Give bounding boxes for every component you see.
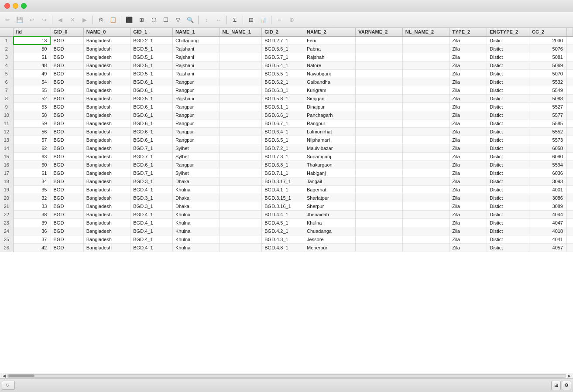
table-row[interactable]: 1058BGDBangladeshBGD.6_1RangpurBGD.6.6_1… <box>0 111 573 119</box>
table-row[interactable]: 1256BGDBangladeshBGD.6_1RangpurBGD.6.4_1… <box>0 128 573 136</box>
cell-TYPE_2: Zila <box>449 161 487 169</box>
expand-table-button[interactable]: ⊞ <box>551 381 561 390</box>
zoom-to-feature-button[interactable]: ⊕ <box>286 14 297 26</box>
table-row[interactable]: 1761BGDBangladeshBGD.7_1SylhetBGD.7.1_1H… <box>0 169 573 177</box>
table-row[interactable]: 250BGDBangladeshBGD.5_1RajshahiBGD.5.6_1… <box>0 45 573 53</box>
table-row[interactable]: 2238BGDBangladeshBGD.4_1KhulnaBGD.4.4_1J… <box>0 211 573 219</box>
table-row[interactable]: 1834BGDBangladeshBGD.3_1DhakaBGD.3.17_1T… <box>0 177 573 186</box>
undo-button[interactable]: ↩ <box>26 14 38 26</box>
cell-VARNAME_2 <box>356 235 403 244</box>
toggle-editing-button[interactable]: ✏ <box>2 14 13 26</box>
deselect-all-button[interactable]: ☐ <box>160 14 172 26</box>
gid1-header[interactable]: GID_1 <box>130 28 173 36</box>
pan-forward-button[interactable]: ▶ <box>79 14 90 26</box>
cell-row_num: 23 <box>0 219 13 227</box>
table-row[interactable]: 1563BGDBangladeshBGD.7_1SylhetBGD.7.3_1S… <box>0 153 573 161</box>
table-row[interactable]: 1357BGDBangladeshBGD.6_1RangpurBGD.6.5_1… <box>0 136 573 144</box>
gid0-header[interactable]: GID_0 <box>51 28 83 36</box>
table-row[interactable]: 852BGDBangladeshBGD.5_1RajshahiBGD.5.8_1… <box>0 95 573 103</box>
cell-row_num: 2 <box>0 45 13 53</box>
table-row[interactable]: 1935BGDBangladeshBGD.4_1KhulnaBGD.4.1_1B… <box>0 186 573 194</box>
field-calculator-button[interactable]: Σ <box>229 14 240 26</box>
cell-NL_NAME_2 <box>402 45 449 53</box>
table-row[interactable]: 755BGDBangladeshBGD.6_1RangpurBGD.6.3_1K… <box>0 86 573 95</box>
engtype2-header[interactable]: ENGTYPE_2 <box>487 28 529 36</box>
chart-view-button[interactable]: 📊 <box>257 14 269 26</box>
search-button[interactable]: 🔍 <box>185 14 196 26</box>
type2-header[interactable]: TYPE_2 <box>449 28 487 36</box>
fid-header[interactable]: fid <box>13 28 51 36</box>
save-edits-button[interactable]: 💾 <box>14 14 25 26</box>
settings-button[interactable]: ⚙ <box>562 381 571 390</box>
close-button[interactable] <box>4 3 10 9</box>
cell-NL_NAME_1 <box>220 177 262 186</box>
filter-select-button[interactable]: ▽ <box>172 14 184 26</box>
table-row[interactable]: 1462BGDBangladeshBGD.7_1SylhetBGD.7.2_1M… <box>0 144 573 153</box>
name2-header[interactable]: NAME_2 <box>304 28 356 36</box>
table-view-button[interactable]: ⊞ <box>245 14 257 26</box>
scroll-track[interactable] <box>7 374 566 378</box>
table-row[interactable]: 2436BGDBangladeshBGD.4_1KhulnaBGD.4.2_1C… <box>0 227 573 235</box>
cell-VARNAME_2 <box>356 169 403 177</box>
cell-row_num: 1 <box>0 36 13 45</box>
cell-VARNAME_2 <box>356 78 403 86</box>
table-row[interactable]: 1159BGDBangladeshBGD.6_1RangpurBGD.6.7_1… <box>0 119 573 128</box>
table-row[interactable]: 549BGDBangladeshBGD.5_1RajshahiBGD.5.5_1… <box>0 70 573 78</box>
minimize-button[interactable] <box>13 3 18 9</box>
varname2-header[interactable]: VARNAME_2 <box>356 28 403 36</box>
gid2-header[interactable]: GID_2 <box>262 28 304 36</box>
cell-GID_1: BGD.4_1 <box>130 227 173 235</box>
table-row[interactable]: 2537BGDBangladeshBGD.4_1KhulnaBGD.4.3_1J… <box>0 235 573 244</box>
statistics-button[interactable]: ≡ <box>274 14 285 26</box>
cell-ENGTYPE_2: Distict <box>487 119 529 128</box>
paste-button[interactable]: 📋 <box>107 14 119 26</box>
cell-fid: 59 <box>13 119 51 128</box>
table-row[interactable]: 351BGDBangladeshBGD.5_1RajshahiBGD.5.7_1… <box>0 53 573 61</box>
table-row[interactable]: 448BGDBangladeshBGD.5_1RajshahiBGD.5.4_1… <box>0 61 573 70</box>
nlname1-header[interactable]: NL_NAME_1 <box>220 28 262 36</box>
scroll-space <box>567 186 573 194</box>
table-row[interactable]: 1660BGDBangladeshBGD.6_1RangpurBGD.6.8_1… <box>0 161 573 169</box>
cell-NL_NAME_1 <box>220 194 262 202</box>
cell-NAME_1: Dhaka <box>173 194 220 202</box>
attribute-table[interactable]: fid GID_0 NAME_0 GID_1 NAME_1 NL_NAME_1 … <box>0 28 573 373</box>
table-row[interactable]: 2339BGDBangladeshBGD.4_1KhulnaBGD.4.5_1K… <box>0 219 573 227</box>
scroll-left-arrow[interactable]: ◀ <box>1 374 7 378</box>
table-row[interactable]: 2032BGDBangladeshBGD.3_1DhakaBGD.3.15_1S… <box>0 194 573 202</box>
nlname2-header[interactable]: NL_NAME_2 <box>402 28 449 36</box>
cell-NAME_1: Khulna <box>173 227 220 235</box>
redo-button[interactable]: ↪ <box>38 14 50 26</box>
select-features-button[interactable]: ⬛ <box>124 14 135 26</box>
select-all-button[interactable]: ⊞ <box>136 14 147 26</box>
table-row[interactable]: 654BGDBangladeshBGD.6_1RangpurBGD.6.2_1G… <box>0 78 573 86</box>
scroll-thumb[interactable] <box>8 375 34 377</box>
cell-GID_0: BGD <box>51 202 83 211</box>
table-row[interactable]: 2642BGDBangladeshBGD.4_1KhulnaBGD.4.8_1M… <box>0 244 573 252</box>
maximize-button[interactable] <box>21 3 27 9</box>
pan-back-button[interactable]: ◀ <box>55 14 66 26</box>
cell-VARNAME_2 <box>356 70 403 78</box>
name1-header[interactable]: NAME_1 <box>173 28 220 36</box>
show-all-features-button[interactable]: ▽ <box>2 381 15 390</box>
cc2-header[interactable]: CC_2 <box>529 28 567 36</box>
cell-NAME_2: Natore <box>304 61 356 70</box>
zoom-selection-button[interactable]: ↔ <box>213 14 224 26</box>
cell-NL_NAME_1 <box>220 219 262 227</box>
cell-CC_2: 5532 <box>529 78 567 86</box>
cell-NAME_1: Rangpur <box>173 136 220 144</box>
invert-selection-button[interactable]: ⬡ <box>148 14 159 26</box>
table-row[interactable]: 113BGDBangladeshBGD.2_1ChittagongBGD.2.7… <box>0 36 573 45</box>
table-row[interactable]: 2133BGDBangladeshBGD.3_1DhakaBGD.3.16_1S… <box>0 202 573 211</box>
cell-NAME_1: Rangpur <box>173 111 220 119</box>
scroll-space <box>567 177 573 186</box>
delete-selected-button[interactable]: ✕ <box>67 14 78 26</box>
cell-GID_1: BGD.5_1 <box>130 61 173 70</box>
cell-GID_2: BGD.4.1_1 <box>262 186 304 194</box>
move-selection-button[interactable]: ↕ <box>201 14 212 26</box>
scroll-right-arrow[interactable]: ▶ <box>566 374 572 378</box>
cell-row_num: 17 <box>0 169 13 177</box>
copy-button[interactable]: ⎘ <box>95 14 106 26</box>
name0-header[interactable]: NAME_0 <box>83 28 130 36</box>
horizontal-scrollbar[interactable]: ◀ ▶ <box>0 373 573 378</box>
table-row[interactable]: 953BGDBangladeshBGD.6_1RangpurBGD.6.1_1D… <box>0 103 573 111</box>
